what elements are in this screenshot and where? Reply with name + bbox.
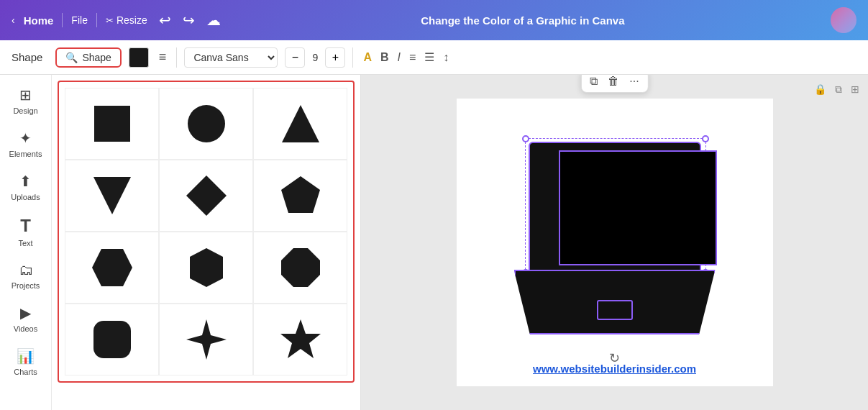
uploads-icon: ⬆	[19, 173, 32, 190]
resize-label: Resize	[117, 14, 147, 26]
canvas-copy-icon[interactable]: ⧉	[590, 75, 598, 88]
canvas-top-right-icons: 🔒 ⧉ ⊞	[814, 83, 859, 96]
sidebar-item-uploads[interactable]: ⬆ Uploads	[3, 167, 49, 207]
canvas-delete-icon[interactable]: 🗑	[608, 75, 619, 88]
sidebar-item-text[interactable]: T Text	[3, 210, 49, 253]
text-icon: T	[20, 216, 31, 236]
undo-redo-group: ↩ ↪ ☁	[156, 10, 224, 30]
shape-triangle-down[interactable]	[65, 160, 159, 232]
font-select[interactable]: Canva Sans	[184, 47, 278, 68]
home-link[interactable]: Home	[24, 14, 54, 27]
cloud-save-button[interactable]: ☁	[204, 10, 224, 30]
laptop-graphic[interactable]: ↻	[507, 142, 723, 343]
svg-marker-6	[92, 249, 132, 286]
charts-icon: 📊	[17, 347, 35, 365]
square-svg	[91, 102, 134, 145]
shape-triangle-up[interactable]	[253, 88, 347, 160]
toolbar: Shape 🔍 Shape ≡ Canva Sans − 9 + A B I ≡…	[0, 40, 868, 75]
font-size-minus[interactable]: −	[285, 47, 305, 68]
shape-star5[interactable]	[253, 304, 347, 375]
shape-hexagon2[interactable]	[159, 232, 253, 304]
toolbar-divider	[176, 47, 177, 68]
font-size-plus[interactable]: +	[325, 47, 345, 68]
triangle-up-svg	[279, 102, 322, 145]
lines-button[interactable]: ≡	[156, 48, 170, 66]
lock-icon[interactable]: 🔒	[814, 83, 826, 96]
shape-star4[interactable]	[159, 304, 253, 375]
top-nav: ‹ Home File ✂ Resize ↩ ↪ ☁ Change the Co…	[0, 0, 868, 40]
uploads-label: Uploads	[11, 193, 40, 201]
hexagon2-svg	[185, 246, 228, 289]
design-label: Design	[13, 106, 37, 115]
design-icon: ⊞	[19, 86, 32, 104]
list-button[interactable]: ☰	[421, 49, 437, 65]
shape-rounded-rect[interactable]	[65, 304, 159, 375]
sidebar: ⊞ Design ✦ Elements ⬆ Uploads T Text 🗂 P…	[0, 75, 52, 410]
canvas-area: 🔒 ⧉ ⊞ ⧉ 🗑 ···	[361, 75, 868, 410]
star5-svg	[279, 318, 322, 361]
search-label: Shape	[82, 52, 111, 63]
pentagon-svg	[279, 174, 322, 217]
svg-marker-7	[190, 248, 223, 287]
main-area: ⊞ Design ✦ Elements ⬆ Uploads T Text 🗂 P…	[0, 75, 868, 410]
toolbar-shape-label: Shape	[12, 51, 42, 63]
bold-button[interactable]: B	[378, 50, 392, 65]
sidebar-item-projects[interactable]: 🗂 Projects	[3, 256, 49, 296]
sidebar-item-videos[interactable]: ▶ Videos	[3, 299, 49, 339]
color-a-icon[interactable]: A	[360, 50, 375, 65]
copy-icon[interactable]: ⧉	[835, 83, 842, 96]
svg-marker-10	[186, 319, 227, 360]
svg-marker-4	[186, 176, 227, 216]
redo-button[interactable]: ↪	[180, 10, 198, 30]
octagon-svg	[279, 246, 322, 289]
search-icon: 🔍	[65, 52, 78, 63]
shape-diamond[interactable]	[159, 160, 253, 232]
shape-square[interactable]	[65, 88, 159, 160]
undo-button[interactable]: ↩	[156, 10, 174, 30]
sidebar-item-elements[interactable]: ✦ Elements	[3, 124, 49, 164]
shape-hexagon[interactable]	[65, 232, 159, 304]
text-label: Text	[18, 239, 32, 247]
canvas-floating-toolbar: ⧉ 🗑 ···	[580, 75, 648, 93]
shape-circle[interactable]	[159, 88, 253, 160]
laptop-screen-outer	[529, 142, 701, 271]
file-menu[interactable]: File	[71, 14, 88, 26]
italic-button[interactable]: I	[395, 50, 403, 65]
align-button[interactable]: ≡	[406, 50, 419, 65]
shape-pentagon[interactable]	[253, 160, 347, 232]
svg-point-1	[188, 105, 225, 142]
videos-label: Videos	[14, 324, 37, 333]
projects-icon: 🗂	[19, 262, 33, 278]
circle-svg	[185, 102, 228, 145]
shapes-grid	[58, 81, 355, 383]
canvas-more-icon[interactable]: ···	[629, 75, 639, 88]
avatar[interactable]	[831, 7, 856, 33]
page-title: Change the Color of a Graphic in Canva	[421, 14, 624, 27]
charts-label: Charts	[14, 368, 37, 376]
diamond-svg	[185, 174, 228, 217]
svg-rect-9	[93, 321, 131, 358]
videos-icon: ▶	[20, 304, 31, 322]
laptop-touchpad	[597, 300, 633, 320]
back-button[interactable]: ‹	[12, 14, 15, 26]
font-size-value: 9	[308, 52, 322, 63]
color-swatch[interactable]	[129, 47, 149, 68]
sidebar-item-charts[interactable]: 📊 Charts	[3, 342, 49, 382]
canvas-page: ⧉ 🗑 ··· ↻	[457, 99, 773, 386]
spacing-button[interactable]: ↕	[440, 50, 452, 65]
svg-rect-0	[94, 106, 130, 142]
handle-tr	[702, 135, 709, 142]
sidebar-item-design[interactable]: ⊞ Design	[3, 81, 49, 121]
resize-button[interactable]: ✂ Resize	[106, 14, 147, 26]
chevron-left-icon: ‹	[12, 14, 15, 26]
triangle-down-svg	[91, 174, 134, 217]
handle-tl	[522, 135, 529, 142]
star4-svg	[185, 318, 228, 361]
shape-octagon[interactable]	[253, 232, 347, 304]
elements-icon: ✦	[19, 129, 32, 147]
projects-label: Projects	[12, 281, 40, 290]
add-frame-icon[interactable]: ⊞	[851, 83, 859, 96]
text-format-group: A B I ≡ ☰ ↕	[360, 49, 452, 65]
shape-search-button[interactable]: 🔍 Shape	[55, 47, 121, 68]
nav-divider	[62, 13, 63, 27]
